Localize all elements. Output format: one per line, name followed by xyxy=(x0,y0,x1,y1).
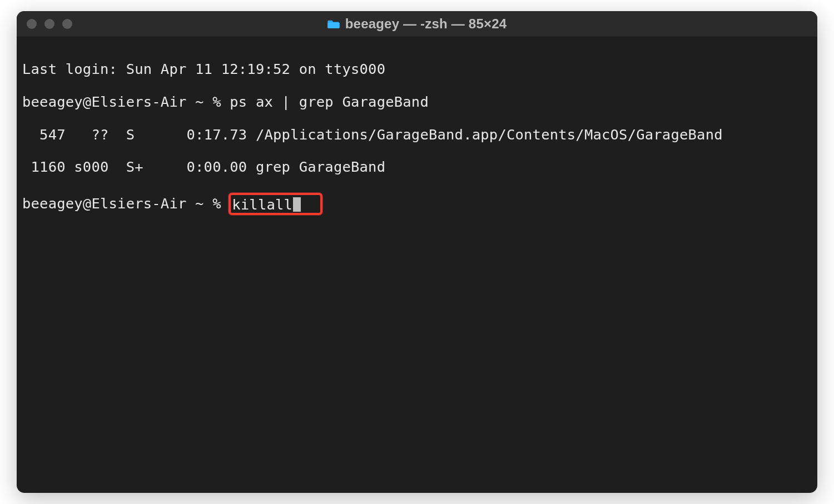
zoom-icon[interactable] xyxy=(62,19,72,29)
window-title: beeagey — -zsh — 85×24 xyxy=(345,16,507,32)
minimize-icon[interactable] xyxy=(44,19,54,29)
terminal-body[interactable]: Last login: Sun Apr 11 12:19:52 on ttys0… xyxy=(17,37,817,493)
close-icon[interactable] xyxy=(27,19,37,29)
ps-output-line-2: 1160 s000 S+ 0:00.00 grep GarageBand xyxy=(22,159,812,175)
prompt-line-2[interactable]: beeagey@Elsiers-Air ~ % killall xyxy=(22,192,812,214)
window-controls xyxy=(27,19,72,29)
title-center: beeagey — -zsh — 85×24 xyxy=(17,16,817,32)
prompt-prefix: beeagey@Elsiers-Air ~ % xyxy=(22,196,230,212)
terminal-window: beeagey — -zsh — 85×24 Last login: Sun A… xyxy=(17,11,817,493)
command-text: killall xyxy=(232,197,292,213)
titlebar[interactable]: beeagey — -zsh — 85×24 xyxy=(17,11,817,37)
prompt-line-1: beeagey@Elsiers-Air ~ % ps ax | grep Gar… xyxy=(22,94,812,110)
ps-output-line-1: 547 ?? S 0:17.73 /Applications/GarageBan… xyxy=(22,127,812,143)
annotation-highlight: killall xyxy=(229,193,322,215)
cursor-icon xyxy=(293,197,301,212)
svg-rect-0 xyxy=(327,22,340,28)
prompt-prefix: beeagey@Elsiers-Air ~ % xyxy=(22,94,230,110)
command-text: ps ax | grep GarageBand xyxy=(230,94,429,110)
last-login-line: Last login: Sun Apr 11 12:19:52 on ttys0… xyxy=(22,61,812,77)
folder-icon xyxy=(327,19,340,29)
